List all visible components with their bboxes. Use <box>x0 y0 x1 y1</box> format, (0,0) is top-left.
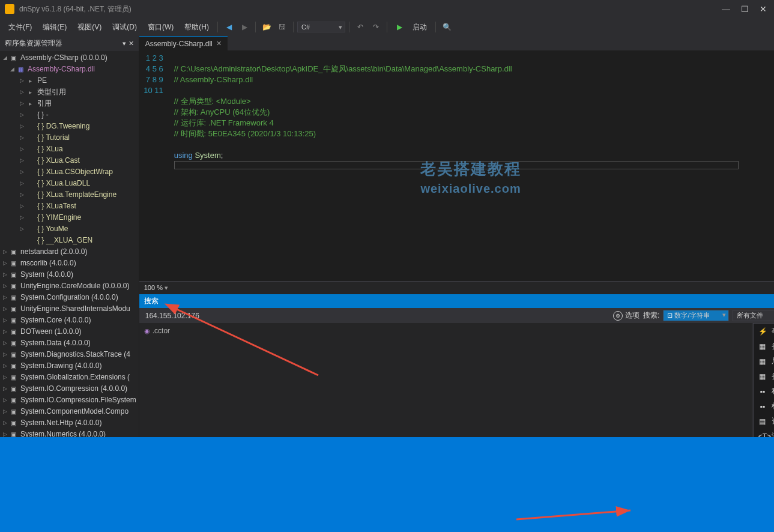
svg-line-3 <box>516 510 630 519</box>
menu-help[interactable]: 帮助(H) <box>180 20 214 35</box>
nav-forward-icon[interactable]: ▶ <box>238 21 250 33</box>
assembly-explorer-panel: 程序集资源管理器 ▾ ✕ ▣Assembly-CSharp (0.0.0.0)▦… <box>0 36 139 437</box>
dropdown-item[interactable]: ▪▪程序集引用 <box>754 384 774 399</box>
tree-item[interactable]: ▣System.Diagnostics.StackTrace (4 <box>0 349 139 360</box>
search-controls: ⚙ 选项 搜索: ⊡ 数字/字符串 所有文件 <box>139 308 774 323</box>
method-icon: ◉ <box>144 327 150 335</box>
tree-item[interactable]: { } - <box>0 109 139 121</box>
result-item[interactable]: ◉ .cctor <box>142 325 749 336</box>
minimize-button[interactable]: — <box>722 4 730 14</box>
search-title: 搜索 <box>144 296 774 306</box>
tree-item[interactable]: ▸引用 <box>0 98 139 109</box>
panel-header: 程序集资源管理器 ▾ ✕ <box>0 36 139 51</box>
editor-panel: Assembly-CSharp.dll ✕ 1 2 3 4 5 6 7 8 9 … <box>139 36 774 437</box>
menu-view[interactable]: 视图(V) <box>73 20 106 35</box>
results-list[interactable]: ◉ .cctor <box>139 323 752 437</box>
editor-tab[interactable]: Assembly-CSharp.dll ✕ <box>139 36 228 50</box>
tree-item[interactable]: ▣UnityEngine.SharedInternalsModu <box>0 303 139 315</box>
titlebar: dnSpy v6.1.8 (64-bit, .NET, 管理员) — ☐ ✕ <box>0 0 774 18</box>
tree-item[interactable]: ▣Assembly-CSharp (0.0.0.0) <box>0 52 139 64</box>
redo-icon[interactable]: ↷ <box>370 21 382 33</box>
dropdown-item[interactable]: ⚡事件 <box>754 324 774 339</box>
tree-item[interactable]: ▣System.Drawing (4.0.0.0) <box>0 360 139 372</box>
nav-back-icon[interactable]: ◀ <box>223 21 235 33</box>
editor-tabs: Assembly-CSharp.dll ✕ <box>139 36 774 50</box>
menu-window[interactable]: 窗口(W) <box>143 20 178 35</box>
panel-close-icon[interactable]: ✕ <box>128 40 134 47</box>
app-window: dnSpy v6.1.8 (64-bit, .NET, 管理员) — ☐ ✕ 文… <box>0 0 774 437</box>
tree-item[interactable]: ▣DOTween (1.0.0.0) <box>0 326 139 337</box>
tree-item[interactable]: { } XLuaTest <box>0 201 139 212</box>
zoom-bar: 100 % <box>139 281 774 294</box>
tree-item[interactable]: ▣System.ComponentModel.Compo <box>0 406 139 417</box>
tree-item[interactable]: { } XLua.Cast <box>0 155 139 166</box>
dropdown-item[interactable]: ▤资源 <box>754 414 774 429</box>
tree-item[interactable]: ▣System (4.0.0.0) <box>0 269 139 280</box>
tree-item[interactable]: { } YouMe <box>0 223 139 235</box>
tree-item[interactable]: { } XLua.TemplateEngine <box>0 189 139 201</box>
tree-item[interactable]: ▣System.IO.Compression (4.0.0.0) <box>0 383 139 394</box>
start-label[interactable]: 启动 <box>408 20 432 35</box>
tab-close-icon[interactable]: ✕ <box>216 40 222 47</box>
tree-item[interactable]: { } DG.Tweening <box>0 121 139 132</box>
search-icon[interactable]: 🔍 <box>441 21 453 33</box>
app-icon <box>5 4 14 14</box>
dropdown-item[interactable]: <T>泛型类型 <box>754 429 774 437</box>
search-type-dropdown[interactable]: ⚡事件▦参数▦局部变量▦参数/局部变量▪▪程序集引用▪▪模块引用▤资源<T>泛型… <box>753 323 774 437</box>
menu-debug[interactable]: 调试(D) <box>107 20 142 35</box>
dropdown-item[interactable]: ▦局部变量 <box>754 354 774 369</box>
tree-item[interactable]: ▣System.Core (4.0.0.0) <box>0 315 139 326</box>
tree-item[interactable]: ▣System.Globalization.Extensions ( <box>0 372 139 383</box>
tree-item[interactable]: ▣System.IO.Compression.FileSystem <box>0 394 139 406</box>
window-title: dnSpy v6.1.8 (64-bit, .NET, 管理员) <box>19 4 722 14</box>
tab-label: Assembly-CSharp.dll <box>145 40 213 48</box>
tree-item[interactable]: ▸类型引用 <box>0 86 139 98</box>
tree-item[interactable]: ▣System.Net.Http (4.0.0.0) <box>0 417 139 429</box>
open-file-icon[interactable]: 📂 <box>261 21 273 33</box>
menubar: 文件(F) 编辑(E) 视图(V) 调试(D) 窗口(W) 帮助(H) ◀ ▶ … <box>0 18 774 36</box>
search-input[interactable] <box>143 310 609 321</box>
panel-title: 程序集资源管理器 <box>5 38 120 49</box>
undo-icon[interactable]: ↶ <box>354 21 366 33</box>
window-controls: — ☐ ✕ <box>722 4 767 14</box>
search-options-button[interactable]: ⚙ 选项 <box>613 310 639 321</box>
tree-item[interactable]: ▣System.Configuration (4.0.0.0) <box>0 292 139 303</box>
maximize-button[interactable]: ☐ <box>741 4 749 14</box>
tree-item[interactable]: ▣netstandard (2.0.0.0) <box>0 246 139 258</box>
tree-item[interactable]: ▣System.Data (4.0.0.0) <box>0 337 139 349</box>
search-type-select[interactable]: ⊡ 数字/字符串 <box>663 310 729 321</box>
start-debug-icon[interactable]: ▶ <box>393 21 405 33</box>
tree-item[interactable]: { } XLua.CSObjectWrap <box>0 166 139 178</box>
search-label: 搜索: <box>643 310 659 321</box>
line-gutter: 1 2 3 4 5 6 7 8 9 10 11 <box>139 50 169 281</box>
tree-item[interactable]: ▣mscorlib (4.0.0.0) <box>0 258 139 269</box>
dropdown-item[interactable]: ▦参数 <box>754 339 774 354</box>
content-area: 程序集资源管理器 ▾ ✕ ▣Assembly-CSharp (0.0.0.0)▦… <box>0 36 774 437</box>
tree-item[interactable]: { } Tutorial <box>0 132 139 144</box>
search-panel: 搜索 ▾ ✕ ⚙ 选项 搜索: ⊡ 数字/字符串 所有文件 <box>139 294 774 437</box>
code-content: // C:\Users\Administrator\Desktop\ApkIDE… <box>169 50 774 281</box>
gear-icon: ⚙ <box>613 311 623 321</box>
dropdown-item[interactable]: ▪▪模块引用 <box>754 399 774 414</box>
panel-dropdown-icon[interactable]: ▾ <box>122 40 126 47</box>
code-editor[interactable]: 1 2 3 4 5 6 7 8 9 10 11 // C:\Users\Admi… <box>139 50 774 281</box>
tree-item[interactable]: ▣UnityEngine.CoreModule (0.0.0.0) <box>0 280 139 292</box>
menu-file[interactable]: 文件(F) <box>4 20 37 35</box>
menu-edit[interactable]: 编辑(E) <box>38 20 71 35</box>
search-header: 搜索 ▾ ✕ <box>139 294 774 308</box>
tree-item[interactable]: ▸PE <box>0 75 139 86</box>
search-results: ◉ .cctor ⚛ CGConfig ⚡事件▦参数▦局部变量▦参数/局部变量▪… <box>139 323 774 437</box>
assembly-tree[interactable]: ▣Assembly-CSharp (0.0.0.0)▦Assembly-CSha… <box>0 51 139 437</box>
tree-item[interactable]: ▣System.Numerics (4.0.0.0) <box>0 429 139 437</box>
zoom-level[interactable]: 100 % <box>144 284 168 292</box>
tree-item[interactable]: { } __XLUA_GEN <box>0 235 139 246</box>
dropdown-item[interactable]: ▦参数/局部变量 <box>754 369 774 384</box>
language-select[interactable]: C# <box>297 22 345 32</box>
save-icon[interactable]: 🖫 <box>276 21 288 33</box>
tree-item[interactable]: { } YIMEngine <box>0 212 139 223</box>
tree-item[interactable]: ▦Assembly-CSharp.dll <box>0 64 139 75</box>
close-button[interactable]: ✕ <box>760 4 767 14</box>
tree-item[interactable]: { } XLua.LuaDLL <box>0 178 139 189</box>
search-scope-select[interactable]: 所有文件 <box>733 310 774 321</box>
tree-item[interactable]: { } XLua <box>0 144 139 155</box>
